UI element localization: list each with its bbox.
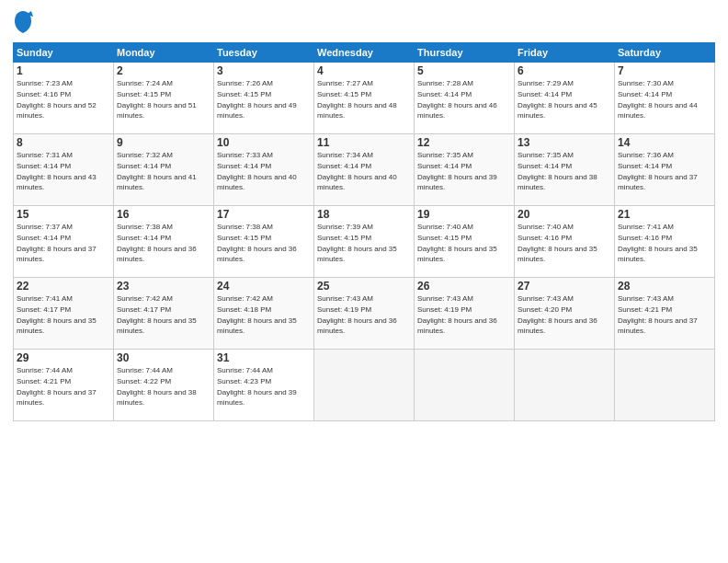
day-number: 9 — [117, 136, 210, 149]
calendar-cell: 29Sunrise: 7:44 AMSunset: 4:21 PMDayligh… — [14, 350, 114, 421]
day-info: Sunrise: 7:34 AMSunset: 4:14 PMDaylight:… — [317, 151, 397, 191]
day-info: Sunrise: 7:44 AMSunset: 4:21 PMDaylight:… — [17, 366, 97, 407]
calendar-cell: 1Sunrise: 7:23 AMSunset: 4:16 PMDaylight… — [14, 63, 114, 134]
day-info: Sunrise: 7:41 AMSunset: 4:17 PMDaylight:… — [17, 294, 97, 335]
calendar-cell: 9Sunrise: 7:32 AMSunset: 4:14 PMDaylight… — [114, 134, 214, 206]
day-info: Sunrise: 7:42 AMSunset: 4:17 PMDaylight:… — [117, 294, 197, 335]
day-header-wednesday: Wednesday — [314, 43, 415, 63]
day-info: Sunrise: 7:37 AMSunset: 4:14 PMDaylight:… — [17, 223, 97, 263]
day-info: Sunrise: 7:40 AMSunset: 4:16 PMDaylight:… — [518, 223, 597, 263]
day-number: 29 — [17, 351, 110, 364]
day-number: 10 — [217, 136, 311, 149]
day-number: 23 — [117, 280, 210, 293]
calendar-cell: 4Sunrise: 7:27 AMSunset: 4:15 PMDaylight… — [314, 63, 415, 134]
day-number: 8 — [17, 136, 110, 149]
calendar-cell: 28Sunrise: 7:43 AMSunset: 4:21 PMDayligh… — [615, 278, 715, 350]
day-info: Sunrise: 7:30 AMSunset: 4:14 PMDaylight:… — [618, 79, 698, 120]
day-number: 24 — [217, 280, 311, 293]
day-number: 30 — [117, 351, 210, 364]
day-header-sunday: Sunday — [14, 43, 114, 63]
day-info: Sunrise: 7:40 AMSunset: 4:15 PMDaylight:… — [417, 223, 497, 263]
calendar-cell: 22Sunrise: 7:41 AMSunset: 4:17 PMDayligh… — [14, 278, 114, 350]
calendar-header-row: SundayMondayTuesdayWednesdayThursdayFrid… — [14, 43, 715, 63]
day-info: Sunrise: 7:26 AMSunset: 4:15 PMDaylight:… — [217, 79, 297, 120]
logo-icon — [13, 9, 33, 35]
day-info: Sunrise: 7:24 AMSunset: 4:15 PMDaylight:… — [117, 79, 197, 120]
calendar-cell — [415, 350, 515, 421]
calendar-table: SundayMondayTuesdayWednesdayThursdayFrid… — [13, 42, 715, 421]
header — [13, 9, 715, 35]
day-info: Sunrise: 7:39 AMSunset: 4:15 PMDaylight:… — [317, 223, 397, 263]
calendar-cell: 5Sunrise: 7:28 AMSunset: 4:14 PMDaylight… — [415, 63, 515, 134]
day-number: 22 — [17, 280, 110, 293]
day-number: 16 — [117, 208, 210, 221]
day-number: 25 — [317, 280, 411, 293]
day-number: 20 — [518, 208, 611, 221]
day-number: 6 — [518, 64, 611, 77]
day-header-thursday: Thursday — [415, 43, 515, 63]
calendar-week-5: 29Sunrise: 7:44 AMSunset: 4:21 PMDayligh… — [14, 350, 715, 421]
day-info: Sunrise: 7:43 AMSunset: 4:21 PMDaylight:… — [618, 294, 698, 335]
day-info: Sunrise: 7:32 AMSunset: 4:14 PMDaylight:… — [117, 151, 197, 191]
calendar-cell: 7Sunrise: 7:30 AMSunset: 4:14 PMDaylight… — [615, 63, 715, 134]
day-number: 18 — [317, 208, 411, 221]
day-info: Sunrise: 7:43 AMSunset: 4:19 PMDaylight:… — [417, 294, 497, 335]
calendar-cell: 2Sunrise: 7:24 AMSunset: 4:15 PMDaylight… — [114, 63, 214, 134]
day-info: Sunrise: 7:27 AMSunset: 4:15 PMDaylight:… — [317, 79, 397, 120]
calendar-cell: 23Sunrise: 7:42 AMSunset: 4:17 PMDayligh… — [114, 278, 214, 350]
day-info: Sunrise: 7:42 AMSunset: 4:18 PMDaylight:… — [217, 294, 297, 335]
calendar-week-2: 8Sunrise: 7:31 AMSunset: 4:14 PMDaylight… — [14, 134, 715, 206]
day-info: Sunrise: 7:38 AMSunset: 4:14 PMDaylight:… — [117, 223, 197, 263]
calendar-cell: 16Sunrise: 7:38 AMSunset: 4:14 PMDayligh… — [114, 206, 214, 278]
day-header-saturday: Saturday — [615, 43, 715, 63]
calendar-week-4: 22Sunrise: 7:41 AMSunset: 4:17 PMDayligh… — [14, 278, 715, 350]
calendar-cell: 19Sunrise: 7:40 AMSunset: 4:15 PMDayligh… — [415, 206, 515, 278]
day-info: Sunrise: 7:44 AMSunset: 4:23 PMDaylight:… — [217, 366, 297, 407]
day-number: 1 — [17, 64, 110, 77]
calendar-cell: 20Sunrise: 7:40 AMSunset: 4:16 PMDayligh… — [515, 206, 615, 278]
day-number: 14 — [618, 136, 711, 149]
day-number: 2 — [117, 64, 210, 77]
day-number: 31 — [217, 351, 311, 364]
calendar-cell: 6Sunrise: 7:29 AMSunset: 4:14 PMDaylight… — [515, 63, 615, 134]
calendar-cell: 10Sunrise: 7:33 AMSunset: 4:14 PMDayligh… — [214, 134, 314, 206]
day-info: Sunrise: 7:36 AMSunset: 4:14 PMDaylight:… — [618, 151, 698, 191]
day-info: Sunrise: 7:28 AMSunset: 4:14 PMDaylight:… — [417, 79, 497, 120]
day-number: 4 — [317, 64, 411, 77]
calendar-cell: 18Sunrise: 7:39 AMSunset: 4:15 PMDayligh… — [314, 206, 415, 278]
day-info: Sunrise: 7:43 AMSunset: 4:19 PMDaylight:… — [317, 294, 397, 335]
day-info: Sunrise: 7:43 AMSunset: 4:20 PMDaylight:… — [518, 294, 597, 335]
day-header-friday: Friday — [515, 43, 615, 63]
day-header-tuesday: Tuesday — [214, 43, 314, 63]
calendar-cell: 12Sunrise: 7:35 AMSunset: 4:14 PMDayligh… — [415, 134, 515, 206]
calendar-cell — [515, 350, 615, 421]
day-info: Sunrise: 7:44 AMSunset: 4:22 PMDaylight:… — [117, 366, 197, 407]
day-info: Sunrise: 7:23 AMSunset: 4:16 PMDaylight:… — [17, 79, 97, 120]
calendar-cell: 27Sunrise: 7:43 AMSunset: 4:20 PMDayligh… — [515, 278, 615, 350]
day-number: 28 — [618, 280, 711, 293]
day-number: 27 — [518, 280, 611, 293]
calendar-week-1: 1Sunrise: 7:23 AMSunset: 4:16 PMDaylight… — [14, 63, 715, 134]
calendar-cell: 26Sunrise: 7:43 AMSunset: 4:19 PMDayligh… — [415, 278, 515, 350]
day-number: 11 — [317, 136, 411, 149]
calendar-week-3: 15Sunrise: 7:37 AMSunset: 4:14 PMDayligh… — [14, 206, 715, 278]
calendar-cell: 31Sunrise: 7:44 AMSunset: 4:23 PMDayligh… — [214, 350, 314, 421]
calendar-container: SundayMondayTuesdayWednesdayThursdayFrid… — [0, 0, 728, 563]
calendar-cell — [314, 350, 415, 421]
day-number: 17 — [217, 208, 311, 221]
calendar-cell — [615, 350, 715, 421]
calendar-cell: 14Sunrise: 7:36 AMSunset: 4:14 PMDayligh… — [615, 134, 715, 206]
day-info: Sunrise: 7:41 AMSunset: 4:16 PMDaylight:… — [618, 223, 698, 263]
calendar-cell: 15Sunrise: 7:37 AMSunset: 4:14 PMDayligh… — [14, 206, 114, 278]
day-number: 15 — [17, 208, 110, 221]
day-number: 21 — [618, 208, 711, 221]
day-number: 12 — [417, 136, 511, 149]
day-number: 26 — [417, 280, 511, 293]
day-number: 5 — [417, 64, 511, 77]
day-info: Sunrise: 7:35 AMSunset: 4:14 PMDaylight:… — [417, 151, 497, 191]
day-info: Sunrise: 7:33 AMSunset: 4:14 PMDaylight:… — [217, 151, 297, 191]
logo — [13, 9, 36, 35]
day-info: Sunrise: 7:35 AMSunset: 4:14 PMDaylight:… — [518, 151, 597, 191]
day-number: 13 — [518, 136, 611, 149]
day-number: 3 — [217, 64, 311, 77]
